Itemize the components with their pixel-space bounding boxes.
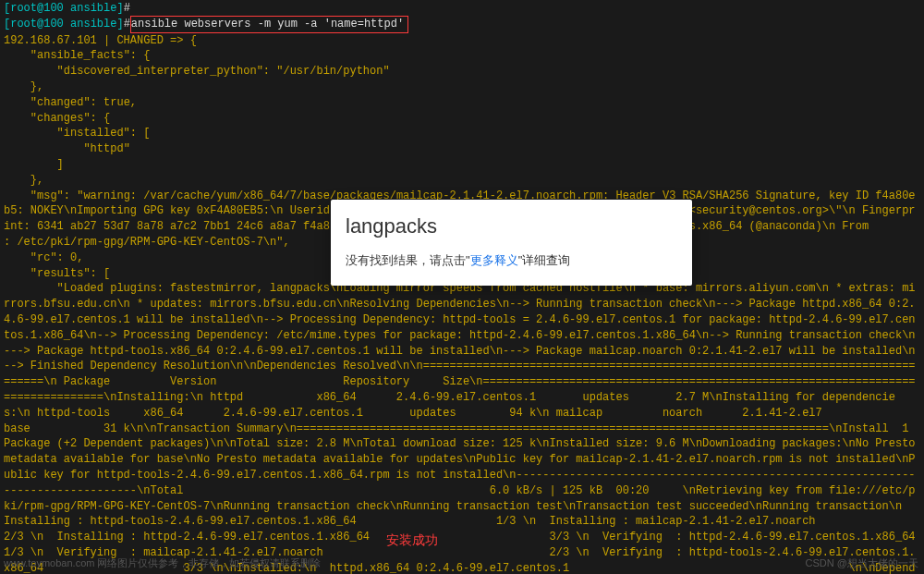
dictionary-tooltip[interactable]: langpacks 没有找到结果，请点击"更多释义"详细查询: [331, 200, 692, 286]
watermark-footer: www.toymoban.com 网络图片仅供参考，非存储，如若侵权请联系删除 …: [4, 556, 918, 570]
tooltip-more-link[interactable]: 更多释义: [470, 253, 518, 267]
terminal-output: [root@100 ansible]# [root@100 ansible]#a…: [4, 1, 920, 574]
annotation-success: 安装成功: [386, 531, 438, 550]
output-results: "Loaded plugins: fastestmirror, langpack…: [4, 281, 920, 574]
tooltip-title: langpacks: [346, 213, 677, 241]
watermark-left: www.toymoban.com 网络图片仅供参考，非存储，如若侵权请联系删除: [4, 556, 321, 570]
output-host-status: 192.168.67.101 | CHANGED => {: [4, 33, 920, 49]
command-1: ansible webservers -m yum -a 'name=httpd…: [131, 18, 404, 31]
watermark-right: CSDN @想当大佬的一天: [806, 556, 918, 570]
tooltip-body: 没有找到结果，请点击"更多释义"详细查询: [346, 252, 677, 269]
prompt-line-2[interactable]: [root@100 ansible]#ansible webservers -m…: [4, 17, 920, 33]
prompt-line-1[interactable]: [root@100 ansible]#: [4, 1, 920, 17]
